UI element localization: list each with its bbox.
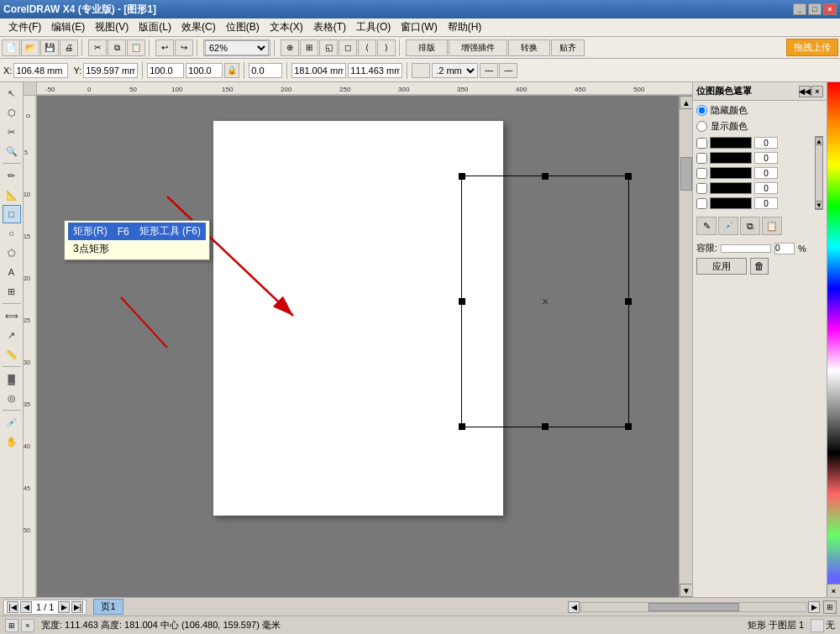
handle-top-right[interactable] bbox=[625, 173, 632, 180]
handle-middle-right[interactable] bbox=[625, 298, 632, 305]
crop-tool[interactable]: ✂ bbox=[3, 123, 21, 141]
show-color-radio[interactable] bbox=[696, 121, 707, 132]
scroll-down-button[interactable]: ▼ bbox=[680, 584, 692, 597]
color-value-5[interactable] bbox=[754, 197, 778, 209]
print-button[interactable]: 🖨 bbox=[60, 39, 78, 56]
color-value-3[interactable] bbox=[754, 167, 778, 179]
eyedropper-tool[interactable]: 💉 bbox=[3, 413, 21, 432]
zoom-select[interactable]: 62% 50% 75% 100% bbox=[205, 40, 269, 55]
color-swatch-3[interactable] bbox=[710, 167, 752, 179]
color-check-2[interactable] bbox=[696, 153, 707, 164]
menu-table[interactable]: 表格(T) bbox=[308, 18, 351, 36]
selected-rectangle[interactable]: × bbox=[461, 176, 629, 427]
tolerance-input[interactable] bbox=[774, 243, 795, 254]
page-prev-btn[interactable]: ◀ bbox=[20, 601, 32, 613]
undo-button[interactable]: ↩ bbox=[155, 39, 174, 56]
line-width-select[interactable]: .2 mm .5 mm 1 mm bbox=[432, 63, 478, 78]
page-tab-1[interactable]: 页1 bbox=[93, 599, 123, 615]
menu-text[interactable]: 文本(X) bbox=[265, 18, 308, 36]
color-palette-bar[interactable]: × bbox=[827, 82, 840, 597]
edit-color-btn[interactable]: ✎ bbox=[696, 217, 717, 235]
handle-bottom-right[interactable] bbox=[625, 423, 632, 430]
hscroll-left-btn[interactable]: ◀ bbox=[568, 601, 580, 613]
close-button[interactable]: × bbox=[823, 3, 837, 15]
menu-edit[interactable]: 编辑(E) bbox=[46, 18, 90, 36]
page-canvas[interactable]: × 矩形(R) F6 矩形工具 (F6) 3点矩形 bbox=[37, 96, 692, 597]
new-button[interactable]: 📄 bbox=[2, 39, 20, 56]
color-check-4[interactable] bbox=[696, 183, 707, 194]
status-btn-1[interactable] bbox=[811, 619, 824, 632]
color-value-4[interactable] bbox=[754, 182, 778, 194]
hscroll-track[interactable] bbox=[580, 602, 807, 612]
color-check-5[interactable] bbox=[696, 198, 707, 209]
menu-view[interactable]: 视图(V) bbox=[90, 18, 134, 36]
color-check-3[interactable] bbox=[696, 168, 707, 179]
transform-btn[interactable]: 转换 bbox=[508, 39, 550, 56]
zoom-all[interactable]: ⊞ bbox=[300, 39, 318, 56]
maximize-button[interactable]: □ bbox=[808, 3, 822, 15]
handle-top-middle[interactable] bbox=[542, 173, 549, 180]
page-next-btn[interactable]: ▶ bbox=[58, 601, 70, 613]
apply-button[interactable]: 应用 bbox=[696, 258, 747, 275]
delete-button[interactable]: 🗑 bbox=[750, 258, 769, 275]
hand-tool[interactable]: ✋ bbox=[3, 432, 21, 451]
copy-button[interactable]: ⧉ bbox=[108, 39, 126, 56]
handle-bottom-middle[interactable] bbox=[542, 423, 549, 430]
page-last-btn[interactable]: ▶| bbox=[71, 601, 83, 613]
rect-tool[interactable]: □ bbox=[3, 205, 21, 223]
copy-btn[interactable]: ⧉ bbox=[740, 217, 760, 235]
page-first-btn[interactable]: |◀ bbox=[7, 601, 18, 613]
color-swatch-5[interactable] bbox=[710, 197, 752, 209]
paste-button[interactable]: 📋 bbox=[127, 39, 145, 56]
freehand-tool[interactable]: ✏ bbox=[3, 166, 21, 185]
height-input[interactable] bbox=[186, 63, 223, 78]
line-style-btn2[interactable]: — bbox=[499, 63, 517, 78]
select-tool[interactable]: ↖ bbox=[3, 84, 21, 102]
handle-middle-left[interactable] bbox=[459, 298, 465, 305]
color-scroll-up[interactable]: ▲ bbox=[815, 137, 823, 145]
color-value-2[interactable] bbox=[754, 152, 778, 164]
color-swatch-4[interactable] bbox=[710, 182, 752, 194]
eyedropper-btn[interactable]: 💉 bbox=[718, 217, 738, 235]
x-input[interactable] bbox=[13, 63, 68, 78]
color-value-1[interactable] bbox=[754, 137, 778, 149]
menu-layout[interactable]: 版面(L) bbox=[134, 18, 176, 36]
width-input[interactable] bbox=[147, 63, 184, 78]
color-swatch-2[interactable] bbox=[710, 152, 752, 164]
open-button[interactable]: 📂 bbox=[21, 39, 39, 56]
corner-style-btn[interactable] bbox=[412, 63, 430, 78]
lock-ratio-btn[interactable]: 🔒 bbox=[224, 63, 239, 78]
rotate-input[interactable] bbox=[249, 63, 282, 78]
cut-button[interactable]: ✂ bbox=[88, 39, 107, 56]
arrange-btn[interactable]: 排版 bbox=[406, 39, 448, 56]
scroll-up-button[interactable]: ▲ bbox=[680, 96, 692, 109]
enhance-btn[interactable]: 增强插件 bbox=[449, 39, 507, 56]
menu-help[interactable]: 帮助(H) bbox=[443, 18, 487, 36]
hscroll-right-btn[interactable]: ▶ bbox=[808, 601, 820, 613]
smart-fill-tool[interactable]: 📐 bbox=[3, 186, 21, 204]
table-tool[interactable]: ⊞ bbox=[3, 282, 21, 301]
save-button[interactable]: 💾 bbox=[40, 39, 59, 56]
shape-tool[interactable]: ⬡ bbox=[3, 103, 21, 122]
menu-bitmap[interactable]: 位图(B) bbox=[221, 18, 265, 36]
ellipse-tool[interactable]: ○ bbox=[3, 224, 21, 243]
color-list-scrollbar[interactable]: ▲ ▼ bbox=[815, 136, 823, 210]
upload-button[interactable]: 拖拽上传 bbox=[786, 39, 838, 56]
tolerance-slider[interactable] bbox=[721, 244, 771, 253]
minimize-button[interactable]: _ bbox=[793, 3, 806, 15]
zoom-in-button[interactable]: 62% 50% 75% 100% bbox=[203, 39, 270, 56]
smart-draw-tool[interactable]: ◎ bbox=[3, 389, 21, 407]
zoom-select[interactable]: ◻ bbox=[339, 39, 357, 56]
paste-btn2[interactable]: 贴齐 bbox=[551, 39, 585, 56]
zoom-to-fit[interactable]: ⊕ bbox=[281, 39, 299, 56]
hide-color-radio[interactable] bbox=[696, 105, 707, 116]
fill-tool[interactable]: ▓ bbox=[3, 369, 21, 388]
parallel-tool[interactable]: ⟺ bbox=[3, 307, 21, 325]
scroll-thumb[interactable] bbox=[680, 157, 692, 191]
zoom-page[interactable]: ◱ bbox=[319, 39, 338, 56]
canvas-area[interactable]: -50 0 50 100 150 200 250 300 350 400 450… bbox=[24, 82, 692, 597]
menu-file[interactable]: 文件(F) bbox=[3, 18, 46, 36]
grid-indicator[interactable]: × bbox=[21, 619, 34, 632]
panel-close-btn[interactable]: × bbox=[811, 86, 823, 97]
snap-indicator[interactable]: ⊞ bbox=[5, 619, 18, 632]
